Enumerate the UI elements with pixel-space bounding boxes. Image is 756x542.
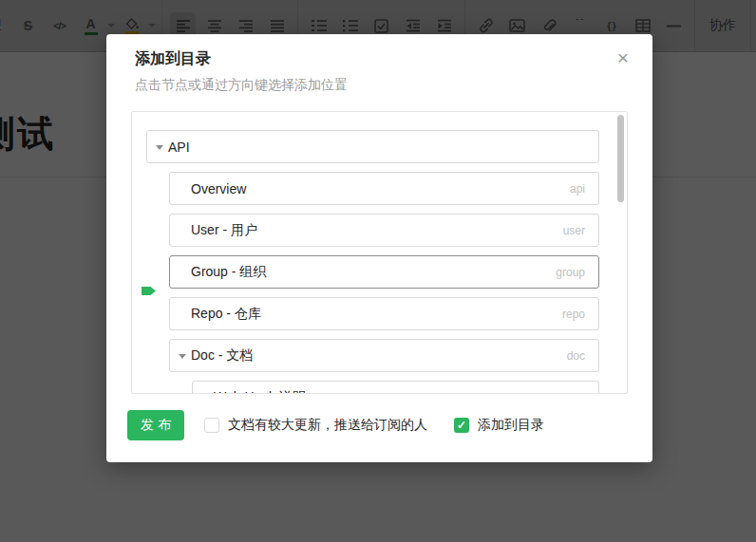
tree-row-label: Repo - 仓库 xyxy=(191,306,562,323)
add-to-toc-modal: 添加到目录 点击节点或通过方向键选择添加位置 × API Overview ap… xyxy=(106,34,652,462)
tree-row-slug: user xyxy=(563,224,585,237)
toc-tree: API Overview api User - 用户 user Group - … xyxy=(131,111,628,394)
tree-row-slug: group xyxy=(556,266,585,279)
push-to-subscribers-checkbox[interactable] xyxy=(204,418,219,433)
chevron-down-icon[interactable] xyxy=(179,354,186,359)
tree-row-api[interactable]: API xyxy=(146,130,599,163)
add-to-toc-label: 添加到目录 xyxy=(478,417,544,434)
tree-scrollbar[interactable] xyxy=(617,115,624,202)
tree-row-user[interactable]: User - 用户 user xyxy=(169,214,599,247)
tree-row-repo[interactable]: Repo - 仓库 repo xyxy=(169,297,599,330)
tree-row-slug: doc-webhook xyxy=(518,391,585,395)
tree-row-slug: doc xyxy=(567,349,585,363)
tree-row-label: Web Hook 说明 xyxy=(214,389,518,395)
modal-footer: 发布 文档有较大更新，推送给订阅的人 ✓ 添加到目录 xyxy=(127,410,632,440)
tree-row-label: API xyxy=(168,140,585,155)
close-icon[interactable]: × xyxy=(611,46,635,70)
tree-row-overview[interactable]: Overview api xyxy=(169,172,599,205)
tree-row-label: Group - 组织 xyxy=(191,264,556,281)
tree-row-label: User - 用户 xyxy=(191,222,563,239)
publish-button[interactable]: 发布 xyxy=(127,410,184,440)
push-to-subscribers-label: 文档有较大更新，推送给订阅的人 xyxy=(228,417,427,434)
tree-row-slug: repo xyxy=(562,308,585,321)
add-to-toc-checkbox[interactable]: ✓ xyxy=(454,418,469,433)
tree-row-label: Overview xyxy=(191,181,570,196)
insert-position-arrow-icon xyxy=(142,287,156,295)
modal-subtitle: 点击节点或通过方向键选择添加位置 xyxy=(135,77,348,94)
modal-title: 添加到目录 xyxy=(135,49,211,69)
editor-page: U S </> A xyxy=(0,0,756,542)
tree-row-slug: api xyxy=(570,182,585,196)
checkmark-icon: ✓ xyxy=(454,418,469,433)
tree-row-label: Doc - 文档 xyxy=(191,347,567,364)
tree-row-webhook[interactable]: Web Hook 说明 doc-webhook xyxy=(192,381,599,394)
tree-row-doc[interactable]: Doc - 文档 doc xyxy=(169,339,599,372)
tree-row-group[interactable]: Group - 组织 group xyxy=(169,255,599,289)
chevron-down-icon[interactable] xyxy=(156,145,163,150)
